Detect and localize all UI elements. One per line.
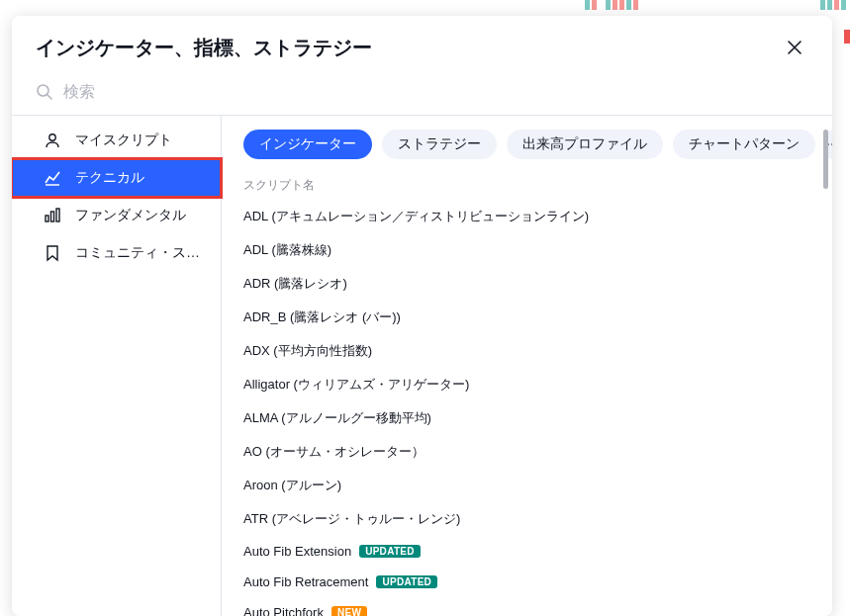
list-item-label: ADL (アキュムレーション／ディストリビューションライン) — [243, 208, 589, 225]
list-item[interactable]: Auto Fib RetracementUPDATED — [222, 567, 824, 597]
svg-point-1 — [49, 134, 55, 140]
list-header: スクリプト名 — [222, 169, 832, 200]
badge-updated: UPDATED — [376, 575, 437, 588]
filter-strategies[interactable]: ストラテジー — [382, 130, 497, 159]
search-icon — [36, 83, 53, 101]
close-button[interactable] — [781, 34, 808, 61]
list-item-label: ADX (平均方向性指数) — [243, 342, 372, 360]
list-item[interactable]: Alligator (ウィリアムズ・アリゲーター) — [222, 368, 824, 401]
search-input[interactable] — [63, 83, 808, 101]
list-item-label: Auto Fib Retracement — [243, 574, 368, 589]
indicators-modal: インジケーター、指標、ストラテジー マイスクリプト テクニカル ファンダメンタル — [12, 16, 832, 616]
badge-updated: UPDATED — [359, 545, 421, 558]
list-item-label: Auto Pitchfork — [243, 605, 324, 616]
list-item[interactable]: ADR_B (騰落レシオ (バー)) — [222, 301, 824, 334]
list-item-label: ALMA (アルノールグー移動平均) — [243, 409, 431, 427]
script-list[interactable]: ADL (アキュムレーション／ディストリビューションライン)ADL (騰落株線)… — [222, 200, 832, 616]
svg-rect-3 — [51, 212, 54, 221]
background-candles — [0, 0, 850, 12]
list-item[interactable]: ADL (アキュムレーション／ディストリビューションライン) — [222, 200, 824, 233]
chart-icon — [44, 169, 61, 187]
bookmark-icon — [44, 244, 61, 262]
list-item[interactable]: ATR (アベレージ・トゥルー・レンジ) — [222, 502, 824, 536]
content-pane: インジケーター ストラテジー 出来高プロファイル チャートパターン スクリプト名… — [222, 116, 832, 616]
svg-rect-4 — [56, 209, 59, 221]
modal-title: インジケーター、指標、ストラテジー — [36, 35, 372, 61]
sidebar-item-label: コミュニティ・スク... — [75, 244, 203, 262]
list-item-label: Aroon (アルーン) — [243, 477, 341, 494]
list-item-label: ADL (騰落株線) — [243, 241, 331, 259]
filter-indicators[interactable]: インジケーター — [243, 130, 372, 159]
list-item[interactable]: AO (オーサム・オシレーター） — [222, 435, 824, 469]
bars-icon — [44, 207, 61, 224]
filter-row: インジケーター ストラテジー 出来高プロファイル チャートパターン — [222, 116, 832, 169]
svg-point-0 — [38, 85, 48, 96]
list-item-label: ADR_B (騰落レシオ (バー)) — [243, 308, 401, 326]
modal-header: インジケーター、指標、ストラテジー — [12, 16, 832, 75]
sidebar-item-my-scripts[interactable]: マイスクリプト — [12, 122, 221, 159]
sidebar: マイスクリプト テクニカル ファンダメンタル コミュニティ・スク... — [12, 116, 222, 616]
svg-point-6 — [831, 142, 832, 145]
sidebar-item-label: マイスクリプト — [75, 132, 172, 149]
filter-volume-profile[interactable]: 出来高プロファイル — [507, 130, 663, 159]
badge-new: NEW — [331, 606, 367, 616]
sidebar-item-label: テクニカル — [75, 169, 144, 187]
filter-chart-pattern[interactable]: チャートパターン — [673, 130, 815, 159]
list-item[interactable]: Auto PitchforkNEW — [222, 597, 824, 616]
list-item[interactable]: ADL (騰落株線) — [222, 233, 824, 267]
user-icon — [44, 132, 61, 149]
background-candle-right — [844, 30, 850, 44]
sidebar-item-technical[interactable]: テクニカル — [12, 159, 221, 197]
list-item[interactable]: Aroon (アルーン) — [222, 469, 824, 502]
sidebar-item-label: ファンダメンタル — [75, 207, 186, 224]
list-item[interactable]: ADX (平均方向性指数) — [222, 334, 824, 368]
sidebar-item-fundamental[interactable]: ファンダメンタル — [12, 197, 221, 234]
sidebar-item-community[interactable]: コミュニティ・スク... — [12, 234, 221, 272]
list-item-label: ADR (騰落レシオ) — [243, 275, 347, 293]
list-item[interactable]: ALMA (アルノールグー移動平均) — [222, 401, 824, 435]
modal-body: マイスクリプト テクニカル ファンダメンタル コミュニティ・スク... インジケ… — [12, 116, 832, 616]
list-item-label: ATR (アベレージ・トゥルー・レンジ) — [243, 510, 460, 528]
list-item[interactable]: ADR (騰落レシオ) — [222, 267, 824, 301]
list-item-label: Auto Fib Extension — [243, 544, 351, 559]
search-row — [12, 75, 832, 116]
list-item[interactable]: Auto Fib ExtensionUPDATED — [222, 536, 824, 567]
list-item-label: AO (オーサム・オシレーター） — [243, 443, 425, 461]
close-icon — [786, 39, 803, 56]
scrollbar-thumb[interactable] — [823, 130, 828, 189]
list-item-label: Alligator (ウィリアムズ・アリゲーター) — [243, 376, 469, 394]
svg-rect-2 — [46, 216, 48, 221]
